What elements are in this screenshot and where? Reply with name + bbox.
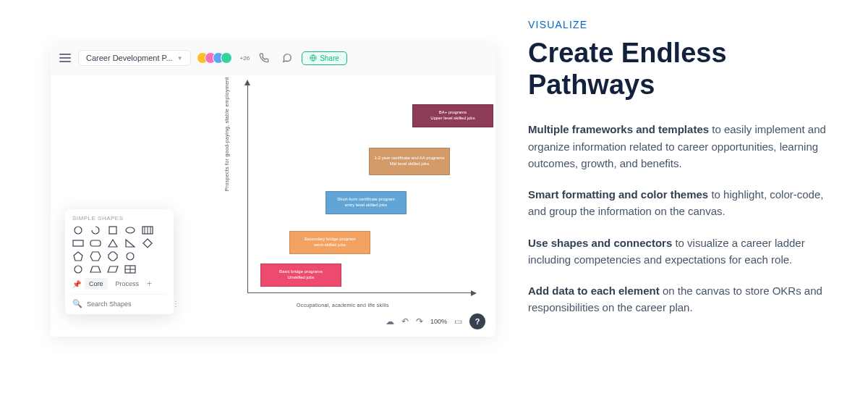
share-label: Share: [320, 54, 339, 62]
x-axis-label: Occupational, academic and life skills: [297, 303, 389, 308]
marketing-copy: VISUALIZE Create Endless Pathways Multip…: [506, 0, 868, 396]
paragraph-1: Multiple frameworks and templates to eas…: [528, 121, 839, 172]
shape-right-triangle[interactable]: [124, 239, 136, 248]
y-axis-arrow: [244, 80, 250, 85]
shape-circle-2[interactable]: [124, 252, 136, 261]
step-4[interactable]: 1-2 year certificate and AA programsMid …: [369, 148, 450, 175]
shape-octagon[interactable]: [107, 252, 119, 261]
svg-marker-17: [109, 252, 117, 261]
shape-circle[interactable]: [72, 226, 84, 235]
shape-ellipse[interactable]: [124, 226, 136, 235]
menu-button[interactable]: [58, 51, 72, 65]
svg-marker-14: [143, 239, 152, 248]
avatar-overflow-count[interactable]: +26: [240, 55, 250, 62]
share-button[interactable]: Share: [302, 51, 347, 65]
shape-search-input[interactable]: [87, 300, 168, 308]
eyebrow: VISUALIZE: [528, 19, 839, 30]
topbar: Career Development P... ▼ +26 Share: [51, 43, 495, 72]
collaborator-avatars[interactable]: [197, 52, 232, 64]
zoom-level[interactable]: 100%: [430, 318, 447, 325]
tab-process[interactable]: Process: [111, 278, 144, 290]
call-icon[interactable]: [255, 49, 273, 67]
shape-striped-rect[interactable]: [142, 226, 153, 235]
shape-grid: [72, 226, 166, 274]
comment-icon[interactable]: [278, 49, 296, 67]
search-icon: 🔍: [72, 299, 82, 308]
paragraph-2: Smart formatting and color themes to hig…: [528, 186, 839, 220]
shapes-panel-title: SIMPLE SHAPES: [72, 215, 166, 222]
svg-point-5: [126, 227, 135, 233]
chevron-down-icon: ▼: [177, 55, 183, 62]
bottom-bar: ☁ ↶ ↷ 100% ▭ ?: [386, 313, 485, 329]
svg-rect-10: [73, 240, 83, 246]
x-axis-line: [247, 292, 474, 293]
help-button[interactable]: ?: [469, 313, 485, 329]
headline: Create Endless Pathways: [528, 38, 839, 101]
shape-tabs: 📌 Core Process +: [72, 278, 166, 290]
shape-square[interactable]: [107, 226, 119, 235]
add-tab-button[interactable]: +: [147, 279, 152, 289]
tab-core[interactable]: Core: [85, 278, 108, 290]
shape-round-rect[interactable]: [90, 239, 101, 248]
y-axis-line: [247, 83, 248, 293]
y-axis-label: Prospects for good-paying, stable employ…: [224, 77, 229, 191]
shape-rect[interactable]: [72, 239, 84, 248]
svg-rect-11: [90, 240, 101, 246]
svg-marker-12: [109, 240, 117, 247]
svg-point-19: [75, 266, 82, 273]
svg-marker-13: [126, 240, 135, 247]
shape-arc[interactable]: [90, 226, 101, 235]
canvas[interactable]: Prospects for good-paying, stable employ…: [51, 75, 495, 337]
shape-diamond[interactable]: [142, 239, 153, 248]
shape-triangle[interactable]: [107, 239, 119, 248]
shape-oval-2[interactable]: [72, 265, 84, 274]
shape-table[interactable]: [124, 265, 136, 274]
svg-marker-21: [108, 266, 118, 272]
svg-point-18: [127, 253, 134, 260]
cloud-icon[interactable]: ☁: [386, 316, 394, 327]
shape-search-row: 🔍 ⋮: [72, 294, 166, 308]
step-1[interactable]: Basic bridge programsUnskilled jobs: [260, 264, 341, 287]
document-title: Career Development P...: [86, 54, 173, 62]
svg-marker-16: [90, 252, 101, 261]
paragraph-3: Use shapes and connectors to visualize a…: [528, 235, 839, 269]
step-3[interactable]: Short-form certificate programentry leve…: [326, 191, 407, 214]
svg-rect-4: [109, 227, 116, 234]
svg-marker-20: [90, 266, 101, 272]
undo-icon[interactable]: ↶: [401, 316, 409, 327]
shapes-panel: SIMPLE SHAPES: [65, 209, 174, 314]
svg-point-3: [75, 227, 82, 234]
pin-icon[interactable]: 📌: [72, 280, 81, 288]
step-5[interactable]: BA+ programsUpper level skilled jobs: [412, 104, 493, 127]
shape-hexagon[interactable]: [90, 252, 101, 261]
svg-marker-15: [74, 252, 82, 261]
step-2[interactable]: Secondary bridge programsemi-skilled job…: [289, 231, 370, 254]
more-icon[interactable]: ⋮: [172, 300, 180, 308]
shape-parallelogram[interactable]: [107, 265, 119, 274]
shape-pentagon[interactable]: [72, 252, 84, 261]
app-window: ✕ Career Development P... ▼ +26 Share: [51, 43, 495, 337]
fit-icon[interactable]: ▭: [454, 316, 462, 327]
redo-icon[interactable]: ↷: [416, 316, 423, 327]
x-axis-arrow: [471, 290, 477, 296]
paragraph-4: Add data to each element on the canvas t…: [528, 282, 839, 316]
document-title-dropdown[interactable]: Career Development P... ▼: [78, 50, 191, 66]
shape-trapezoid[interactable]: [90, 265, 101, 274]
